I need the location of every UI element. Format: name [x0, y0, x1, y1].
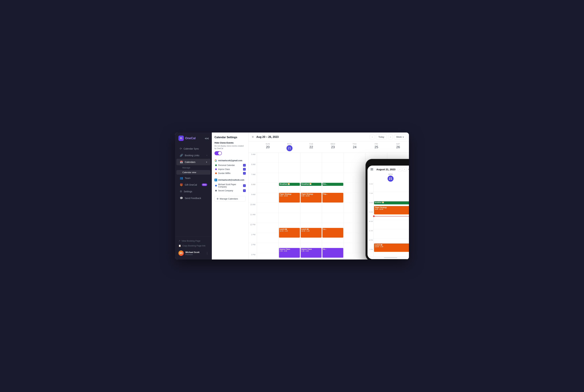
- google-account-header: michaelscott@gmail.com: [214, 159, 246, 162]
- svg-text:O: O: [215, 179, 216, 181]
- personal-calendar-name: Personal Calendar: [218, 164, 242, 166]
- time-1pm: 1 PM: [249, 233, 257, 243]
- app-logo-icon: 01: [178, 136, 184, 141]
- prev-week-button[interactable]: ‹: [370, 135, 375, 139]
- sunday-column: [257, 153, 279, 260]
- outlook-account-section: O michaelscott@outlook.com Michael Scott…: [214, 178, 246, 193]
- phone-more-button[interactable]: •••: [407, 167, 409, 171]
- improv-calendar-item: Improv Class ✓: [215, 167, 246, 171]
- improv-event-wed[interactable]: Im...: [322, 248, 343, 258]
- improv-event-tue[interactable]: Improv Class 2:30 - 3:30: [301, 248, 322, 258]
- phone-lunch-event[interactable]: Lunch 🍽 12:30 - 1:30: [374, 244, 409, 252]
- sidebar-item-label: Calendars: [185, 161, 195, 164]
- settings-icon: ⚙: [180, 190, 182, 193]
- phone-current-time-indicator: [374, 216, 409, 216]
- phone-screen: August 21, 2023 ‹ › ••• MON 21: [368, 166, 409, 259]
- sidebar-item-gift-onecal[interactable]: 🎁 Gift OneCal New: [176, 182, 210, 188]
- time-12pm: 12 PM: [249, 223, 257, 233]
- sidebar-item-calendar-sync[interactable]: ⟳ Calendar Sync: [176, 145, 210, 152]
- paper-strategy-event-wed[interactable]: Pap...: [322, 193, 343, 202]
- app-logo-text: OneCal: [185, 136, 196, 140]
- copy-booking-link[interactable]: 📋 Copy Booking Page link: [177, 243, 210, 248]
- chevron-down-icon: ∨: [402, 136, 404, 138]
- paper-company-checkbox[interactable]: ✓: [243, 184, 246, 187]
- time-10am: 10 AM: [249, 203, 257, 213]
- sidebar-item-label: Settings: [184, 190, 192, 193]
- breakfast-event-tue[interactable]: Breakfast 🌅: [301, 183, 322, 186]
- next-week-button[interactable]: ›: [388, 135, 393, 139]
- external-link-icon: ↗: [178, 240, 180, 242]
- outlook-icon: O: [214, 178, 217, 181]
- sidebar-item-team[interactable]: 👥 Team: [176, 175, 210, 181]
- improv-event-mon[interactable]: Improv Class 2:30 - 3:30: [279, 248, 300, 258]
- day-header-sat: SAT 26: [387, 142, 409, 152]
- phone-day-name: MON: [369, 173, 409, 175]
- phone-time-column: 6 AM 7 AM 8 AM 9 AM 10 AM 11 AM 12 PM 1 …: [368, 183, 374, 256]
- wednesday-column: Bre... Pap... Lu... Im... Su...: [322, 153, 344, 260]
- sidebar-item-booking-links[interactable]: 🔗 Booking Links ›: [176, 152, 210, 158]
- day-header-tue: TUE 22: [300, 142, 322, 152]
- paper-strategy-event-tue[interactable]: Paper Strategy 9:00 - 10:00: [301, 193, 322, 202]
- user-menu-button[interactable]: ⋮: [206, 252, 208, 255]
- dunder-mifflin-calendar-checkbox[interactable]: ✓: [243, 172, 246, 174]
- phone-bottom-bar: [368, 256, 409, 259]
- sidebar-sub-item-calendar-view[interactable]: Calendar view: [176, 170, 210, 174]
- secret-company-checkbox[interactable]: ✓: [243, 189, 246, 192]
- user-name: Michael Scott: [185, 251, 204, 254]
- view-booking-page-link[interactable]: ↗ View Booking Page: [177, 238, 210, 243]
- today-button[interactable]: Today: [376, 134, 387, 139]
- phone-day-num: 21: [388, 176, 394, 182]
- phone-next-button[interactable]: ›: [403, 167, 407, 171]
- day-header-fri: FRI 25: [366, 142, 387, 152]
- day-headers: SUN 20 MON 21 TUE 22 WED 23 THU 24: [249, 142, 409, 153]
- phone-breakfast-event[interactable]: Breakfast 🌅: [374, 201, 409, 204]
- time-8am: 8 AM: [249, 183, 257, 193]
- time-9am: 9 AM: [249, 193, 257, 203]
- sidebar-item-send-feedback[interactable]: 💬 Send Feedback: [176, 195, 210, 201]
- paper-company-dot: [215, 185, 217, 186]
- phone-prev-button[interactable]: ‹: [398, 167, 402, 171]
- phone-nav-buttons: ‹ › •••: [398, 167, 409, 171]
- time-column: 5 AM 6 AM 7 AM 8 AM 9 AM 10 AM 11 AM 12 …: [249, 153, 257, 260]
- sidebar-item-calendars[interactable]: 📅 Calendars ∨: [176, 159, 210, 165]
- time-2pm: 2 PM: [249, 243, 257, 253]
- lunch-event-tue[interactable]: Lunch 🍽 12:30 - 1:30: [301, 228, 322, 238]
- tuesday-column: Breakfast 🌅 Paper Strategy 9:00 - 10:00 …: [300, 153, 322, 260]
- calendar-sidebar-toggle[interactable]: ≡: [251, 134, 254, 139]
- hide-clone-toggle[interactable]: [214, 151, 222, 155]
- manage-calendars-button[interactable]: ⚙ Manage Calendars: [214, 196, 246, 202]
- sidebar-collapse-button[interactable]: ◀◀: [204, 137, 208, 140]
- breakfast-event-wed[interactable]: Bre...: [322, 183, 343, 186]
- feedback-icon: 💬: [180, 196, 183, 200]
- breakfast-event-mon[interactable]: Breakfast 🌅: [279, 183, 300, 186]
- phone-menu-icon[interactable]: [370, 168, 374, 171]
- phone-paper-strategy-event[interactable]: Paper Strategy 9:00 - 10:00: [374, 206, 409, 214]
- sidebar-item-settings[interactable]: ⚙ Settings: [176, 188, 210, 195]
- dunder-mifflin-calendar-name: Dunder Mifflin: [218, 172, 242, 174]
- week-view-selector[interactable]: Week ∨: [394, 134, 406, 139]
- hide-clone-desc: Do not display clone events created by O…: [214, 145, 246, 150]
- lunch-event-wed[interactable]: Lu...: [322, 228, 343, 238]
- team-icon: 👥: [180, 176, 183, 180]
- personal-calendar-checkbox[interactable]: ✓: [243, 164, 246, 166]
- phone-frame: August 21, 2023 ‹ › ••• MON 21: [366, 159, 409, 260]
- sidebar-item-label: Team: [185, 177, 190, 180]
- paper-strategy-event-mon[interactable]: Paper Strategy 9:00 - 10:00: [279, 193, 300, 202]
- user-profile-row: MS Michael Scott Premium ⋮: [177, 249, 210, 258]
- sidebar-item-label: Booking Links: [185, 154, 199, 157]
- phone-calendar-header: August 21, 2023 ‹ › •••: [368, 166, 409, 172]
- gear-icon: ⚙: [217, 198, 219, 200]
- sidebar-sub-item-manage[interactable]: Manage: [175, 166, 212, 170]
- phone-day-indicator: MON 21: [368, 172, 409, 183]
- paper-company-calendar-item: Michael Scott Paper Company ✓: [215, 183, 246, 189]
- improv-calendar-checkbox[interactable]: ✓: [243, 168, 246, 170]
- secret-company-dot: [215, 190, 217, 192]
- calendar-sync-icon: ⟳: [180, 147, 182, 150]
- lunch-event-mon[interactable]: Lunch 🍽 12:30 - 1:30: [279, 228, 300, 238]
- chevron-right-icon: ›: [207, 154, 207, 156]
- phone-notch: [381, 161, 401, 166]
- phone-events-column: Breakfast 🌅 Paper Strategy 9:00 - 10:00 …: [374, 183, 409, 256]
- google-icon: [214, 159, 217, 162]
- monday-column: Breakfast 🌅 Paper Strategy 9:00 - 10:00 …: [279, 153, 300, 260]
- sidebar-logo: 01 OneCal ◀◀: [175, 132, 212, 144]
